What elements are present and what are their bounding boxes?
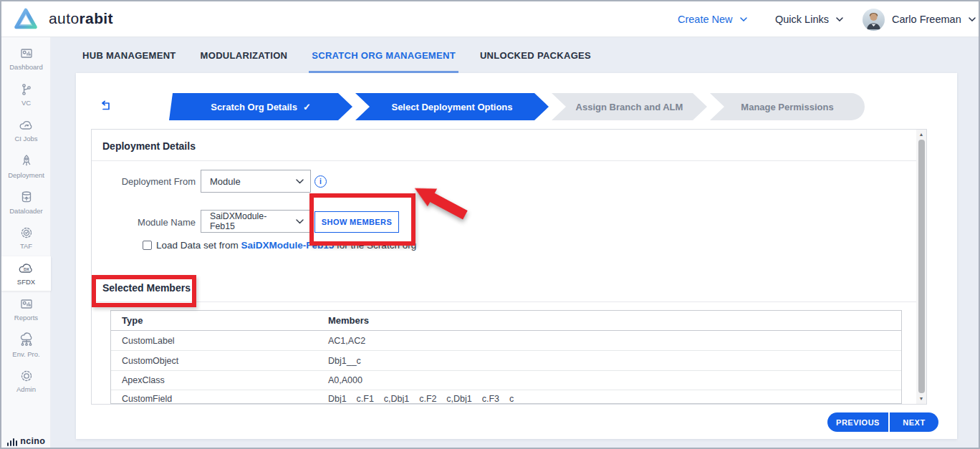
wizard-step-label: Select Deployment Options xyxy=(391,102,512,112)
tab-hub-management[interactable]: HUB MANAGEMENT xyxy=(82,37,176,73)
logo-text-rabit: rabit xyxy=(79,10,113,26)
tab-unlocked-packages[interactable]: UNLOCKED PACKAGES xyxy=(480,37,591,73)
sidebar-item-vc[interactable]: VC xyxy=(1,78,51,111)
wizard-step-scratch-org-details[interactable]: Scratch Org Details ✓ xyxy=(169,93,352,120)
autorabit-logo-text: autorabit xyxy=(49,10,113,27)
sidebar-item-label: SFDX xyxy=(17,278,35,286)
top-bar: autorabit Create New Quick Links Carlo F… xyxy=(1,1,979,37)
scrollbar-up-arrow[interactable]: ▲ xyxy=(916,130,926,139)
sidebar-item-deployment[interactable]: Deployment xyxy=(1,150,51,183)
cell-type: ApexClass xyxy=(122,375,165,385)
avatar-photo xyxy=(863,9,885,31)
ci-cloud-sync-icon xyxy=(19,118,34,132)
cell-members: Dbj1__c.F1__c,Dbj1__c.F2__c,Dbj1__c.F3__… xyxy=(328,394,514,404)
cell-members: AC1,AC2 xyxy=(328,336,365,346)
module-name-select[interactable]: SaiDXModule-Feb15 xyxy=(201,210,311,233)
cell-members: Dbj1__c xyxy=(328,356,361,366)
user-avatar[interactable] xyxy=(863,9,885,31)
ncino-logo: ncino xyxy=(1,436,51,446)
chevron-down-icon xyxy=(296,219,304,224)
previous-button[interactable]: PREVIOUS xyxy=(827,412,888,432)
sidebar-item-reports[interactable]: Reports xyxy=(1,293,51,326)
wizard-step-select-deployment-options[interactable]: Select Deployment Options xyxy=(355,93,549,120)
gear-check-icon xyxy=(19,226,34,240)
load-data-text-before: Load Data set from xyxy=(156,240,241,251)
sidebar-item-admin[interactable]: Admin xyxy=(1,364,51,397)
svg-text:DX: DX xyxy=(24,267,29,271)
deployment-from-label: Deployment From xyxy=(109,176,196,187)
ncino-bars-icon xyxy=(7,438,18,446)
table-row: ApexClass A0,A000 xyxy=(111,371,901,390)
sidebar-item-label: Dataloader xyxy=(9,207,42,215)
sidebar-item-ci-jobs[interactable]: CI Jobs xyxy=(1,114,51,147)
module-tab-bar: HUB MANAGEMENT MODULARIZATION SCRATCH OR… xyxy=(82,37,591,73)
left-sidebar: Dashboard VC CI Jobs Deployment Dataload… xyxy=(1,37,51,449)
sidebar-item-label: Admin xyxy=(16,385,36,393)
table-header-row: Type Members xyxy=(111,311,901,331)
cell-members: A0,A000 xyxy=(328,375,362,385)
load-data-checkbox[interactable] xyxy=(143,241,152,250)
cell-type: CustomObject xyxy=(122,356,178,366)
sidebar-item-label: Reports xyxy=(14,314,38,322)
load-data-checkbox-row: Load Data set from SaiDXModule-Feb15 for… xyxy=(143,238,416,251)
wizard-step-manage-permissions[interactable]: Manage Permissions xyxy=(710,93,865,120)
deployment-from-value: Module xyxy=(210,176,241,187)
wizard-step-label: Manage Permissions xyxy=(741,102,833,112)
tab-scratch-org-management[interactable]: SCRATCH ORG MANAGEMENT xyxy=(312,37,456,73)
info-glyph: i xyxy=(320,178,322,185)
tab-modularization[interactable]: MODULARIZATION xyxy=(201,37,288,73)
chevron-down-icon xyxy=(836,17,843,21)
section-divider xyxy=(92,160,926,161)
load-data-module-link[interactable]: SaiDXModule-Feb15 xyxy=(241,240,335,251)
create-new-menu[interactable]: Create New xyxy=(678,1,747,37)
check-icon: ✓ xyxy=(303,102,311,112)
sidebar-item-label: Env. Pro. xyxy=(12,350,39,358)
sidebar-item-label: VC xyxy=(21,99,31,107)
sfdx-cloud-icon: DX xyxy=(18,261,35,276)
sidebar-item-taf[interactable]: TAF xyxy=(1,221,51,254)
next-button[interactable]: NEXT xyxy=(890,412,938,432)
deployment-from-select[interactable]: Module xyxy=(201,170,311,193)
chevron-down-icon xyxy=(296,179,304,184)
create-new-label: Create New xyxy=(678,14,733,25)
table-row: CustomObject Dbj1__c xyxy=(111,351,901,371)
user-menu[interactable]: Carlo Freeman xyxy=(892,1,976,37)
version-control-branch-icon xyxy=(19,82,34,97)
selected-members-heading: Selected Members xyxy=(102,282,191,294)
load-data-text-after: for the Scratch org xyxy=(334,240,416,251)
app-window: autorabit Create New Quick Links Carlo F… xyxy=(0,0,980,449)
dashboard-icon xyxy=(19,47,34,61)
info-icon[interactable]: i xyxy=(314,175,327,188)
table-row: CustomLabel AC1,AC2 xyxy=(111,331,901,351)
sidebar-item-label: Dashboard xyxy=(9,63,42,71)
gear-icon xyxy=(19,369,34,383)
wizard-step-label: Scratch Org Details xyxy=(211,102,297,112)
env-provisioning-cloud-icon xyxy=(19,332,34,348)
cell-type: CustomField xyxy=(122,394,172,404)
show-members-button[interactable]: SHOW MEMBERS xyxy=(314,211,399,233)
sidebar-item-env-pro[interactable]: Env. Pro. xyxy=(1,329,51,362)
scrollbar-thumb[interactable] xyxy=(918,140,925,393)
sidebar-item-dataloader[interactable]: Dataloader xyxy=(1,185,51,218)
module-name-value: SaiDXModule-Feb15 xyxy=(210,211,292,231)
vertical-scrollbar[interactable]: ▲ ▼ xyxy=(916,130,926,404)
wizard-step-assign-branch-and-alm[interactable]: Assign Branch and ALM xyxy=(552,93,707,120)
section-divider xyxy=(92,301,926,302)
ncino-logo-text: ncino xyxy=(20,436,45,446)
rocket-icon xyxy=(19,153,34,169)
chevron-down-icon xyxy=(969,17,976,21)
quick-links-label: Quick Links xyxy=(775,14,829,25)
scrollbar-down-arrow[interactable]: ▼ xyxy=(916,395,926,403)
database-upload-icon xyxy=(19,190,34,205)
quick-links-menu[interactable]: Quick Links xyxy=(775,1,843,37)
back-return-icon[interactable] xyxy=(97,100,112,112)
autorabit-logo-icon xyxy=(13,6,39,32)
selected-members-table: Type Members CustomLabel AC1,AC2 CustomO… xyxy=(110,310,902,404)
sidebar-item-dashboard[interactable]: Dashboard xyxy=(1,42,51,75)
sidebar-item-label: CI Jobs xyxy=(14,135,37,143)
deployment-details-heading: Deployment Details xyxy=(102,140,196,152)
column-header-type: Type xyxy=(122,315,143,326)
load-data-text: Load Data set from SaiDXModule-Feb15 for… xyxy=(156,240,416,251)
wizard-step-label: Assign Branch and ALM xyxy=(576,102,683,112)
sidebar-item-sfdx[interactable]: DX SFDX xyxy=(1,256,51,291)
